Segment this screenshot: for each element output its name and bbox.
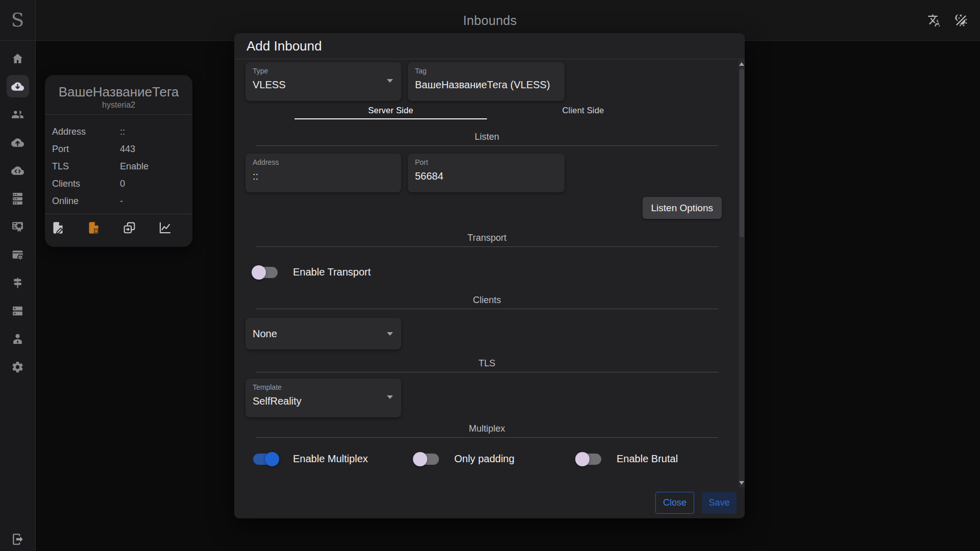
only-padding-toggle: Only padding bbox=[414, 453, 577, 465]
inbound-card-title: ВашеНазваниеТега bbox=[45, 84, 192, 100]
enable-transport-label: Enable Transport bbox=[293, 266, 371, 278]
listen-fields-row: Address :: Port 56684 bbox=[246, 154, 728, 192]
application-cog-icon bbox=[11, 248, 24, 261]
inbound-card: ВашеНазваниеТега hysteria2 Address:: Por… bbox=[45, 75, 192, 247]
tab-client-side[interactable]: Client Side bbox=[487, 101, 679, 119]
sidebar-item-services[interactable] bbox=[7, 187, 29, 210]
tag-value: ВашеНазваниеТега (VLESS) bbox=[415, 79, 557, 91]
listen-port-input[interactable]: Port 56684 bbox=[408, 154, 565, 192]
listen-heading: Listen bbox=[246, 132, 728, 142]
app-logo: S bbox=[0, 0, 35, 41]
tab-server-side[interactable]: Server Side bbox=[295, 101, 487, 119]
multiplex-toggles-row: Enable Multiplex Only padding Enable Bru… bbox=[246, 453, 728, 465]
template-label: Template bbox=[253, 383, 394, 391]
database-icon bbox=[11, 305, 24, 317]
sidebar-item-outbounds[interactable] bbox=[7, 131, 29, 154]
divider bbox=[256, 246, 718, 247]
port-label: Port bbox=[415, 158, 557, 166]
logout-button[interactable] bbox=[0, 533, 36, 546]
add-inbound-dialog: Add Inbound Type VLESS Tag ВашеНазваниеТ… bbox=[234, 33, 745, 518]
type-select[interactable]: Type VLESS bbox=[246, 62, 401, 101]
enable-brutal-switch[interactable] bbox=[577, 454, 601, 465]
enable-multiplex-toggle: Enable Multiplex bbox=[253, 453, 414, 465]
template-value: SelfReality bbox=[253, 395, 394, 407]
topbar-actions bbox=[927, 0, 969, 41]
sidebar-nav bbox=[0, 41, 35, 384]
divider bbox=[256, 437, 718, 438]
divider bbox=[45, 114, 192, 115]
only-padding-switch[interactable] bbox=[414, 454, 439, 465]
multiplex-heading: Multiplex bbox=[246, 423, 728, 434]
card-row-clients: Clients0 bbox=[45, 175, 192, 192]
only-padding-label: Only padding bbox=[454, 453, 514, 465]
listen-options-row: Listen Options bbox=[246, 197, 728, 219]
close-button[interactable]: Close bbox=[655, 492, 694, 514]
sidebar-item-clients[interactable] bbox=[7, 103, 29, 126]
file-delete-icon[interactable] bbox=[87, 221, 101, 235]
card-row-address: Address:: bbox=[45, 123, 192, 140]
enable-brutal-toggle: Enable Brutal bbox=[577, 453, 678, 465]
transport-heading: Transport bbox=[246, 233, 728, 243]
enable-brutal-label: Enable Brutal bbox=[617, 453, 678, 465]
port-value: 56684 bbox=[415, 170, 557, 182]
inbound-card-info: Address:: Port443 TLSEnable Clients0 Onl… bbox=[45, 123, 192, 210]
address-label: Address bbox=[253, 158, 394, 166]
sidebar-item-home[interactable] bbox=[7, 47, 29, 69]
tls-row: Template SelfReality bbox=[246, 379, 728, 417]
home-icon bbox=[11, 52, 24, 65]
enable-transport-switch[interactable] bbox=[253, 267, 278, 278]
address-value: :: bbox=[253, 170, 394, 182]
dialog-scrollbar[interactable] bbox=[739, 60, 745, 487]
tag-input[interactable]: Tag ВашеНазваниеТега (VLESS) bbox=[408, 62, 565, 101]
account-group-icon bbox=[11, 108, 24, 121]
cloud-download-icon bbox=[11, 80, 24, 93]
cloud-code-icon bbox=[11, 164, 24, 177]
type-label: Type bbox=[253, 67, 394, 75]
logout-icon bbox=[11, 533, 24, 546]
sidebar-item-certificates[interactable] bbox=[7, 215, 29, 238]
duplicate-icon[interactable] bbox=[122, 221, 136, 235]
file-edit-icon[interactable] bbox=[51, 221, 65, 235]
theme-light-dark-icon[interactable] bbox=[953, 13, 969, 28]
listen-address-input[interactable]: Address :: bbox=[246, 154, 401, 192]
enable-multiplex-label: Enable Multiplex bbox=[293, 453, 368, 465]
sidebar-item-admins[interactable] bbox=[7, 328, 29, 350]
scrollbar-thumb[interactable] bbox=[740, 69, 744, 237]
sidebar-item-inbounds[interactable] bbox=[7, 75, 29, 97]
signpost-icon bbox=[11, 277, 24, 289]
certificate-icon bbox=[11, 220, 24, 233]
translate-icon[interactable] bbox=[927, 13, 942, 28]
chevron-down-icon bbox=[387, 79, 393, 83]
account-tie-icon bbox=[11, 333, 24, 345]
dialog-title: Add Inbound bbox=[234, 33, 745, 59]
dialog-body: Type VLESS Tag ВашеНазваниеТега (VLESS) … bbox=[234, 59, 745, 487]
clients-select-value: None bbox=[253, 328, 277, 340]
dialog-footer: Close Save bbox=[234, 487, 745, 518]
card-row-online: Online- bbox=[45, 192, 192, 210]
tls-template-select[interactable]: Template SelfReality bbox=[246, 379, 401, 417]
enable-multiplex-switch[interactable] bbox=[253, 454, 278, 465]
sidebar-item-endpoints[interactable] bbox=[7, 159, 29, 182]
save-button[interactable]: Save bbox=[702, 492, 737, 514]
clients-select[interactable]: None bbox=[246, 318, 401, 349]
cog-icon bbox=[11, 361, 24, 373]
divider bbox=[45, 214, 192, 214]
transport-toggle-row: Enable Transport bbox=[246, 266, 728, 278]
divider bbox=[256, 309, 718, 309]
server-icon bbox=[11, 192, 24, 205]
side-tabs: Server Side Client Side bbox=[295, 101, 679, 119]
tag-label: Tag bbox=[415, 67, 557, 75]
chart-line-icon[interactable] bbox=[158, 221, 172, 235]
sidebar-item-dns[interactable] bbox=[7, 243, 29, 266]
tls-heading: TLS bbox=[246, 358, 728, 369]
sidebar-item-routing[interactable] bbox=[7, 271, 29, 294]
sidebar-item-nodes[interactable] bbox=[7, 299, 29, 322]
chevron-down-icon bbox=[387, 332, 393, 336]
chevron-down-icon bbox=[387, 395, 393, 399]
card-row-tls: TLSEnable bbox=[45, 158, 192, 175]
listen-options-button[interactable]: Listen Options bbox=[643, 197, 722, 219]
card-row-port: Port443 bbox=[45, 140, 192, 158]
clients-heading: Clients bbox=[246, 295, 728, 306]
sidebar-item-settings[interactable] bbox=[7, 356, 29, 378]
sidebar: S bbox=[0, 0, 36, 551]
